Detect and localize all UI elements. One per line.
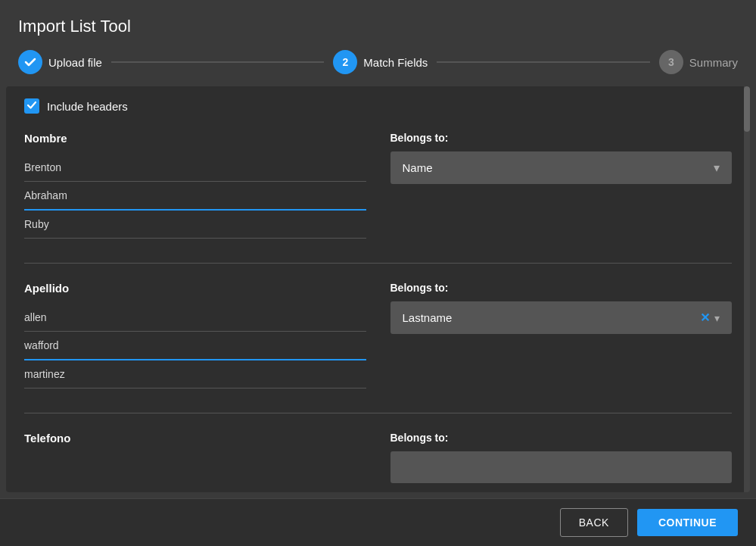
belongs-to-label-apellido: Belongs to:: [390, 282, 733, 294]
field-values-apellido: allen wafford martinez: [24, 304, 366, 388]
field-right-nombre: Belongs to: Name ▾: [390, 132, 733, 184]
clear-icon[interactable]: ✕: [700, 310, 710, 325]
dropdown-apellido[interactable]: Lastname ✕ ▾: [390, 301, 733, 334]
field-section-nombre: Nombre Brenton Abraham Ruby Belongs to: …: [24, 132, 732, 239]
content-area: Include headers Nombre Brenton Abraham R…: [6, 86, 750, 492]
dropdown-apellido-value: Lastname: [403, 311, 701, 324]
field-right-telefono: Belongs to:: [390, 432, 733, 483]
step-label-upload: Upload file: [48, 56, 102, 69]
step-line-1: [111, 61, 324, 63]
step-line-2: [437, 61, 649, 63]
dropdown-nombre[interactable]: Name ▾: [390, 151, 733, 184]
list-item: Brenton: [24, 154, 366, 182]
field-row-nombre: Nombre Brenton Abraham Ruby Belongs to: …: [24, 132, 732, 239]
list-item: wafford: [24, 332, 366, 360]
field-values-nombre: Brenton Abraham Ruby: [24, 154, 366, 239]
step-number-summary: 3: [668, 56, 674, 68]
step-upload: Upload file: [18, 50, 102, 74]
belongs-to-label-nombre: Belongs to:: [390, 132, 733, 144]
include-headers-label: Include headers: [47, 100, 128, 113]
list-item: allen: [24, 304, 366, 332]
divider-1: [24, 263, 732, 264]
scrollbar-thumb[interactable]: [744, 86, 750, 132]
step-label-summary: Summary: [689, 56, 738, 69]
list-item: Abraham: [24, 182, 366, 211]
step-circle-upload: [18, 50, 42, 74]
step-number-match: 2: [342, 56, 348, 68]
list-item: Ruby: [24, 211, 366, 239]
app-container: Import List Tool Upload file 2 Match Fie…: [0, 0, 756, 546]
field-left-telefono: Telefono: [24, 432, 366, 454]
field-header-apellido: Apellido: [24, 282, 366, 295]
field-section-apellido: Apellido allen wafford martinez Belongs …: [24, 282, 732, 388]
field-section-telefono: Telefono Belongs to:: [24, 432, 732, 483]
field-row-apellido: Apellido allen wafford martinez Belongs …: [24, 282, 732, 388]
step-match: 2 Match Fields: [333, 50, 428, 74]
dropdown-apellido-actions: ✕ ▾: [700, 310, 720, 325]
include-headers-row: Include headers: [24, 98, 732, 114]
field-right-apellido: Belongs to: Lastname ✕ ▾: [390, 282, 733, 334]
page-title: Import List Tool: [0, 0, 756, 50]
back-button[interactable]: BACK: [560, 508, 628, 537]
checkbox-check-icon: [26, 100, 37, 113]
field-left-nombre: Nombre Brenton Abraham Ruby: [24, 132, 366, 239]
dropdown-telefono[interactable]: [390, 451, 733, 483]
footer-bar: BACK CONTINUE: [0, 498, 756, 546]
chevron-down-icon[interactable]: ▾: [714, 312, 720, 324]
step-circle-summary: 3: [659, 50, 683, 74]
field-row-telefono: Telefono Belongs to:: [24, 432, 732, 483]
list-item: martinez: [24, 360, 366, 388]
wizard-steps: Upload file 2 Match Fields 3 Summary: [0, 50, 756, 86]
step-summary: 3 Summary: [659, 50, 738, 74]
step-circle-match: 2: [333, 50, 357, 74]
divider-2: [24, 413, 732, 413]
belongs-to-label-telefono: Belongs to:: [390, 432, 733, 444]
scrollbar-track[interactable]: [744, 86, 750, 492]
dropdown-nombre-actions: ▾: [714, 161, 720, 175]
field-header-telefono: Telefono: [24, 432, 366, 445]
dropdown-nombre-value: Name: [403, 161, 714, 174]
continue-button[interactable]: CONTINUE: [637, 509, 738, 536]
field-left-apellido: Apellido allen wafford martinez: [24, 282, 366, 388]
chevron-down-icon[interactable]: ▾: [714, 161, 720, 175]
include-headers-checkbox[interactable]: [24, 98, 39, 114]
field-header-nombre: Nombre: [24, 132, 366, 145]
step-label-match: Match Fields: [363, 56, 428, 69]
main-content: Include headers Nombre Brenton Abraham R…: [6, 86, 750, 492]
